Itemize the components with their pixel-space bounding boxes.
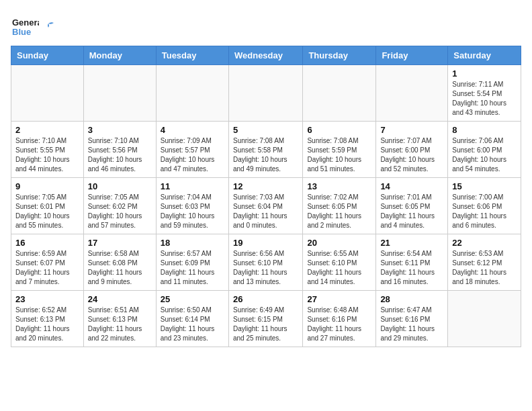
- day-number: 1: [452, 68, 517, 79]
- day-info: Sunrise: 7:08 AM Sunset: 5:59 PM Dayligh…: [307, 136, 371, 174]
- day-info: Sunrise: 6:58 AM Sunset: 6:08 PM Dayligh…: [88, 249, 152, 287]
- calendar-cell: 20Sunrise: 6:55 AM Sunset: 6:10 PM Dayli…: [303, 234, 376, 291]
- calendar-cell: [11, 65, 84, 122]
- day-number: 17: [88, 238, 152, 248]
- day-info: Sunrise: 6:57 AM Sunset: 6:09 PM Dayligh…: [161, 249, 224, 287]
- day-info: Sunrise: 6:53 AM Sunset: 6:12 PM Dayligh…: [452, 249, 517, 287]
- calendar-cell: 19Sunrise: 6:56 AM Sunset: 6:10 PM Dayli…: [228, 234, 302, 291]
- day-number: 24: [88, 294, 152, 304]
- day-number: 7: [380, 125, 443, 135]
- day-number: 19: [233, 238, 298, 248]
- day-number: 2: [15, 125, 79, 135]
- day-info: Sunrise: 7:09 AM Sunset: 5:57 PM Dayligh…: [161, 136, 224, 174]
- day-number: 4: [161, 125, 224, 135]
- day-number: 8: [452, 125, 517, 135]
- calendar-cell: 23Sunrise: 6:52 AM Sunset: 6:13 PM Dayli…: [11, 291, 84, 347]
- weekday-header-wednesday: Wednesday: [228, 46, 302, 65]
- calendar-cell: 10Sunrise: 7:05 AM Sunset: 6:02 PM Dayli…: [83, 178, 156, 234]
- calendar-cell: 9Sunrise: 7:05 AM Sunset: 6:01 PM Daylig…: [11, 178, 84, 234]
- day-number: 18: [161, 238, 224, 248]
- calendar-week-2: 2Sunrise: 7:10 AM Sunset: 5:55 PM Daylig…: [11, 122, 521, 178]
- day-info: Sunrise: 6:49 AM Sunset: 6:15 PM Dayligh…: [233, 306, 298, 343]
- day-info: Sunrise: 6:55 AM Sunset: 6:10 PM Dayligh…: [307, 249, 371, 287]
- logo-bird-icon: [42, 21, 54, 33]
- day-info: Sunrise: 7:08 AM Sunset: 5:58 PM Dayligh…: [233, 136, 298, 174]
- day-number: 11: [161, 181, 224, 191]
- day-info: Sunrise: 7:07 AM Sunset: 6:00 PM Dayligh…: [380, 136, 443, 174]
- day-number: 9: [15, 181, 79, 191]
- day-info: Sunrise: 7:11 AM Sunset: 5:54 PM Dayligh…: [452, 80, 517, 118]
- calendar-cell: 15Sunrise: 7:00 AM Sunset: 6:06 PM Dayli…: [448, 178, 521, 234]
- day-number: 12: [233, 181, 298, 191]
- day-info: Sunrise: 7:05 AM Sunset: 6:01 PM Dayligh…: [15, 193, 79, 230]
- calendar-cell: 1Sunrise: 7:11 AM Sunset: 5:54 PM Daylig…: [448, 65, 521, 122]
- calendar-cell: 21Sunrise: 6:54 AM Sunset: 6:11 PM Dayli…: [376, 234, 448, 291]
- day-info: Sunrise: 6:48 AM Sunset: 6:16 PM Dayligh…: [307, 306, 371, 343]
- calendar-cell: 7Sunrise: 7:07 AM Sunset: 6:00 PM Daylig…: [376, 122, 448, 178]
- calendar-week-3: 9Sunrise: 7:05 AM Sunset: 6:01 PM Daylig…: [11, 178, 521, 234]
- day-number: 26: [233, 294, 298, 304]
- calendar-cell: 12Sunrise: 7:03 AM Sunset: 6:04 PM Dayli…: [228, 178, 302, 234]
- calendar-cell: 28Sunrise: 6:47 AM Sunset: 6:16 PM Dayli…: [376, 291, 448, 347]
- calendar-cell: 26Sunrise: 6:49 AM Sunset: 6:15 PM Dayli…: [228, 291, 302, 347]
- calendar-cell: 25Sunrise: 6:50 AM Sunset: 6:14 PM Dayli…: [156, 291, 228, 347]
- calendar-cell: [228, 65, 302, 122]
- calendar-cell: 13Sunrise: 7:02 AM Sunset: 6:05 PM Dayli…: [303, 178, 376, 234]
- weekday-header-friday: Friday: [376, 46, 448, 65]
- calendar-cell: [83, 65, 156, 122]
- day-number: 23: [15, 294, 79, 304]
- day-info: Sunrise: 7:10 AM Sunset: 5:55 PM Dayligh…: [15, 136, 79, 174]
- day-number: 13: [307, 181, 371, 191]
- calendar-cell: 17Sunrise: 6:58 AM Sunset: 6:08 PM Dayli…: [83, 234, 156, 291]
- calendar-cell: 3Sunrise: 7:10 AM Sunset: 5:56 PM Daylig…: [83, 122, 156, 178]
- day-info: Sunrise: 7:06 AM Sunset: 6:00 PM Dayligh…: [452, 136, 517, 174]
- day-info: Sunrise: 6:47 AM Sunset: 6:16 PM Dayligh…: [380, 306, 443, 343]
- day-number: 21: [380, 238, 443, 248]
- calendar-cell: 8Sunrise: 7:06 AM Sunset: 6:00 PM Daylig…: [448, 122, 521, 178]
- day-info: Sunrise: 7:10 AM Sunset: 5:56 PM Dayligh…: [88, 136, 152, 174]
- calendar-week-5: 23Sunrise: 6:52 AM Sunset: 6:13 PM Dayli…: [11, 291, 521, 347]
- day-info: Sunrise: 7:00 AM Sunset: 6:06 PM Dayligh…: [452, 193, 517, 230]
- weekday-header-thursday: Thursday: [303, 46, 376, 65]
- day-number: 16: [15, 238, 79, 248]
- calendar-cell: 27Sunrise: 6:48 AM Sunset: 6:16 PM Dayli…: [303, 291, 376, 347]
- svg-text:Blue: Blue: [12, 27, 31, 37]
- day-info: Sunrise: 6:54 AM Sunset: 6:11 PM Dayligh…: [380, 249, 443, 287]
- day-number: 14: [380, 181, 443, 191]
- day-info: Sunrise: 7:05 AM Sunset: 6:02 PM Dayligh…: [88, 193, 152, 230]
- logo-icon: General Blue: [11, 11, 39, 39]
- calendar-cell: 16Sunrise: 6:59 AM Sunset: 6:07 PM Dayli…: [11, 234, 84, 291]
- day-info: Sunrise: 7:04 AM Sunset: 6:03 PM Dayligh…: [161, 193, 224, 230]
- day-number: 20: [307, 238, 371, 248]
- calendar-cell: 4Sunrise: 7:09 AM Sunset: 5:57 PM Daylig…: [156, 122, 228, 178]
- day-info: Sunrise: 7:03 AM Sunset: 6:04 PM Dayligh…: [233, 193, 298, 230]
- day-number: 28: [380, 294, 443, 304]
- calendar-week-4: 16Sunrise: 6:59 AM Sunset: 6:07 PM Dayli…: [11, 234, 521, 291]
- day-info: Sunrise: 7:01 AM Sunset: 6:05 PM Dayligh…: [380, 193, 443, 230]
- weekday-header-monday: Monday: [83, 46, 156, 65]
- calendar-table: SundayMondayTuesdayWednesdayThursdayFrid…: [11, 46, 521, 347]
- weekday-header-saturday: Saturday: [448, 46, 521, 65]
- calendar-week-1: 1Sunrise: 7:11 AM Sunset: 5:54 PM Daylig…: [11, 65, 521, 122]
- day-number: 25: [161, 294, 224, 304]
- weekday-header-tuesday: Tuesday: [156, 46, 228, 65]
- day-number: 6: [307, 125, 371, 135]
- day-info: Sunrise: 7:02 AM Sunset: 6:05 PM Dayligh…: [307, 193, 371, 230]
- logo: General Blue: [11, 11, 54, 39]
- day-number: 22: [452, 238, 517, 248]
- calendar-cell: [156, 65, 228, 122]
- calendar-cell: 14Sunrise: 7:01 AM Sunset: 6:05 PM Dayli…: [376, 178, 448, 234]
- calendar-cell: 24Sunrise: 6:51 AM Sunset: 6:13 PM Dayli…: [83, 291, 156, 347]
- calendar-cell: 18Sunrise: 6:57 AM Sunset: 6:09 PM Dayli…: [156, 234, 228, 291]
- day-number: 15: [452, 181, 517, 191]
- calendar-cell: [376, 65, 448, 122]
- weekday-header-sunday: Sunday: [11, 46, 84, 65]
- calendar-cell: 2Sunrise: 7:10 AM Sunset: 5:55 PM Daylig…: [11, 122, 84, 178]
- calendar-cell: [448, 291, 521, 347]
- page-header: General Blue: [11, 11, 521, 39]
- day-info: Sunrise: 6:52 AM Sunset: 6:13 PM Dayligh…: [15, 306, 79, 343]
- day-info: Sunrise: 6:51 AM Sunset: 6:13 PM Dayligh…: [88, 306, 152, 343]
- day-number: 10: [88, 181, 152, 191]
- calendar-header-row: SundayMondayTuesdayWednesdayThursdayFrid…: [11, 46, 521, 65]
- calendar-cell: 22Sunrise: 6:53 AM Sunset: 6:12 PM Dayli…: [448, 234, 521, 291]
